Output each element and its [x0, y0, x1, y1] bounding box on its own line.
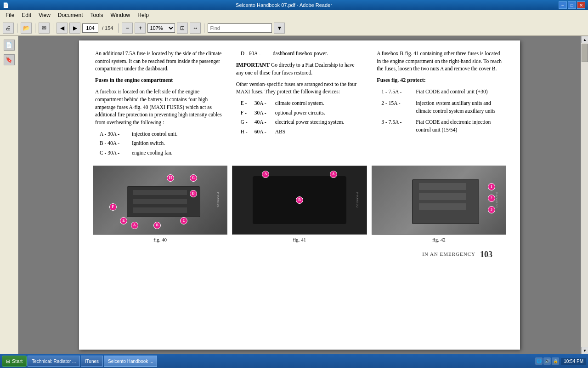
col2-important: IMPORTANT Go directly to a Fiat Dealersh… [236, 61, 363, 77]
dot-f: F [109, 203, 117, 211]
nut-a-left: A [262, 171, 269, 178]
item-desc: ABS [275, 128, 363, 136]
item-desc: Ignition switch. [132, 139, 222, 147]
menubar: File Edit View Document Tools Window Hel… [0, 10, 588, 20]
menu-view[interactable]: View [35, 11, 54, 19]
separator [204, 23, 204, 33]
scroll-down-button[interactable]: ▼ [581, 347, 588, 354]
item-label: G - [241, 118, 254, 126]
app-icon: 📄 [3, 2, 9, 8]
list-item: B - 40A - Ignition switch. [100, 139, 222, 147]
list-item: F - 30A - optional power circuits. [241, 109, 363, 117]
emergency-text: IN AN EMERGENCY [422, 251, 475, 258]
item-label: A - 30A - [100, 130, 132, 138]
main-area: 📄 🔖 An additional 7.5A fuse is located b… [0, 36, 588, 354]
scroll-up-button[interactable]: ▲ [581, 36, 588, 43]
figures-row: H G D F E C B A P4O#R01 fig. 40 [93, 166, 506, 244]
scrollbar[interactable]: ▲ ▼ [581, 36, 588, 354]
col3-items: 1 - 7.5A - Fiat CODE and control unit (+… [381, 88, 504, 133]
fit-width-button[interactable]: ↔ [190, 23, 201, 34]
item-desc: electrical power steering system. [275, 118, 363, 126]
list-item: A - 30A - injection control unit. [100, 130, 222, 138]
separator [118, 23, 119, 33]
item-label: B - 40A - [100, 139, 132, 147]
item-label: E - [241, 99, 254, 107]
page-input[interactable]: 104 [82, 23, 98, 33]
dot-e: E [120, 217, 127, 224]
window-controls[interactable]: − □ ✕ [559, 1, 585, 9]
security-icon: 🔒 [552, 357, 559, 365]
col2-items: E - 30A - climate control system. F - 30… [241, 99, 363, 136]
menu-window[interactable]: Window [107, 11, 134, 19]
maximize-button[interactable]: □ [568, 1, 576, 9]
system-tray: 🌐 🔊 🔒 [535, 357, 559, 365]
item-label: 3 - 7.5A - [381, 118, 416, 133]
item-label: C - 30A - [100, 149, 132, 157]
pdf-viewer[interactable]: An additional 7.5A fuse is located by th… [18, 36, 581, 354]
separator [53, 23, 53, 33]
sidebar: 📄 🔖 [0, 36, 18, 354]
taskbar-item-seicento[interactable]: Seicento Handbook ... [104, 356, 157, 367]
start-icon: ⊞ [6, 358, 10, 364]
start-button[interactable]: ⊞ Start [2, 356, 27, 367]
network-icon: 🌐 [535, 357, 543, 365]
fig40-label: fig. 40 [93, 236, 227, 244]
item-desc: Fiat CODE and electronic injection contr… [416, 118, 504, 133]
zoom-out-button[interactable]: − [122, 23, 133, 34]
item-desc: injection control unit. [132, 130, 222, 138]
titlebar: 📄 Seicento Handbook 07.pdf - Adobe Reade… [0, 0, 588, 10]
list-item: H - 60A - ABS [241, 128, 363, 136]
zoom-in-button[interactable]: + [135, 23, 146, 34]
prev-page-button[interactable]: ◀ [57, 23, 68, 34]
cover-b: B [296, 196, 303, 204]
column-1: An additional 7.5A fuse is located by th… [93, 50, 225, 159]
column-3: A fusebox B-fig. 41 containing other thr… [374, 50, 506, 159]
menu-document[interactable]: Document [54, 11, 87, 19]
figure-40: H G D F E C B A P4O#R01 fig. 40 [93, 166, 227, 244]
item-desc: climate control system. [275, 99, 363, 107]
zoom-select[interactable]: 107% 100% 75% 50% [147, 23, 175, 33]
col2-para3: Other version-specific fuses are arrange… [236, 80, 363, 96]
fig42-bg: 1 2 3 P4O#R03 [372, 166, 506, 234]
col1-para1: An additional 7.5A fuse is located by th… [95, 50, 222, 73]
find-input[interactable] [208, 23, 272, 33]
close-button[interactable]: ✕ [577, 1, 585, 9]
item-label: H - [241, 128, 254, 136]
taskbar-item-radiator[interactable]: Technical: Radiator ... [28, 356, 80, 367]
fig42-image: 1 2 3 P4O#R03 [372, 166, 506, 235]
fig40-bg: H G D F E C B A P4O#R01 [93, 166, 227, 234]
dot-a: A [131, 222, 138, 229]
sidebar-bookmark-icon[interactable]: 🔖 [4, 54, 15, 65]
item-desc: dashboard fusebox power. [273, 50, 363, 58]
fig41-image: A A B P4O#R02 [232, 166, 367, 235]
sidebar-page-icon[interactable]: 📄 [4, 40, 15, 51]
next-page-button[interactable]: ▶ [69, 23, 80, 34]
menu-tools[interactable]: Tools [87, 11, 107, 19]
fig41-bg: A A B P4O#R02 [232, 166, 366, 234]
list-item: D - 60A - dashboard fusebox power. [241, 50, 363, 58]
item-amp: 30A - [254, 109, 275, 117]
minimize-button[interactable]: − [559, 1, 567, 9]
taskbar-item-itunes[interactable]: iTunes [81, 356, 103, 367]
scroll-track[interactable] [581, 43, 588, 347]
find-dropdown-button[interactable]: ▼ [274, 23, 285, 34]
fit-page-button[interactable]: ⊡ [177, 23, 188, 34]
print-button[interactable]: 🖨 [3, 23, 14, 34]
open-button[interactable]: 📂 [21, 23, 32, 34]
scroll-thumb[interactable] [582, 44, 588, 62]
email-button[interactable]: ✉ [39, 23, 50, 34]
item-label: 1 - 7.5A - [381, 88, 416, 96]
list-item: 3 - 7.5A - Fiat CODE and electronic inje… [381, 118, 504, 133]
volume-icon: 🔊 [543, 357, 551, 365]
menu-file[interactable]: File [2, 11, 18, 19]
dot-b: B [153, 222, 161, 229]
item-amp: 30A - [254, 99, 275, 107]
taskbar-right: 🌐 🔊 🔒 10:54 PM [535, 357, 586, 365]
menu-help[interactable]: Help [134, 11, 153, 19]
pdf-page: An additional 7.5A fuse is located by th… [79, 40, 520, 350]
menu-edit[interactable]: Edit [18, 11, 35, 19]
clock: 10:54 PM [561, 358, 586, 365]
page-total: / 154 [100, 25, 115, 31]
dot-d: D [190, 190, 197, 197]
list-item: E - 30A - climate control system. [241, 99, 363, 107]
